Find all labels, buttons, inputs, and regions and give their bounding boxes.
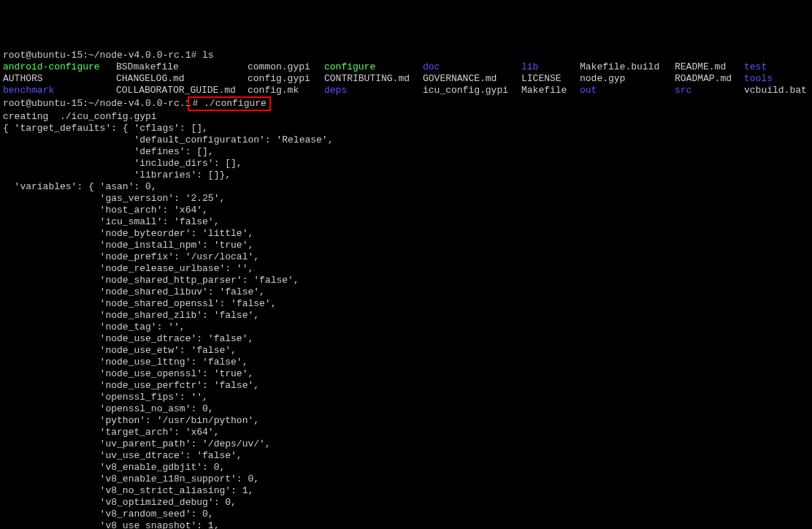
- out-line: 'node_prefix': '/usr/local',: [3, 251, 259, 262]
- out-line: 'node_shared_zlib': 'false',: [3, 310, 259, 321]
- out-line: 'node_use_lttng': 'false',: [3, 357, 248, 368]
- dir-src: src: [675, 85, 692, 96]
- out-line: 'openssl_fips': '',: [3, 392, 208, 403]
- out-line: 'node_byteorder': 'little',: [3, 228, 253, 239]
- out-line: 'node_use_etw': 'false',: [3, 345, 237, 356]
- dir-doc: doc: [423, 61, 440, 72]
- file-icu-config-gypi: icu_config.gypi: [423, 85, 508, 96]
- out-line: 'default_configuration': 'Release',: [3, 134, 333, 145]
- dir-benchmark: benchmark: [3, 85, 54, 96]
- out-line: 'include_dirs': [],: [3, 158, 242, 169]
- dir-test: test: [744, 61, 767, 72]
- file-config-gypi: config.gypi: [248, 73, 310, 84]
- prompt-line-1: root@ubuntu-15:~/node-v4.0.0-rc.1# ls: [3, 50, 214, 61]
- prompt-line-2: root@ubuntu-15:~/node-v4.0.0-rc.1# ./con…: [3, 98, 271, 109]
- file-config-mk: config.mk: [248, 85, 299, 96]
- out-line: 'uv_use_dtrace': 'false',: [3, 450, 242, 461]
- file-bsdmakefile: BSDmakefile: [116, 61, 179, 72]
- file-configure: configure: [324, 61, 375, 72]
- out-line: 'target_arch': 'x64',: [3, 427, 219, 438]
- out-line: 'v8_optimized_debug': 0,: [3, 497, 237, 508]
- file-contributing: CONTRIBUTING.md: [324, 73, 410, 84]
- file-node-gyp: node.gyp: [580, 73, 625, 84]
- ls-command: ls: [196, 50, 213, 61]
- out-line: 'node_install_npm': 'true',: [3, 240, 253, 251]
- file-makefile-build: Makefile.build: [580, 61, 659, 72]
- out-line: 'v8_no_strict_aliasing': 1,: [3, 485, 253, 496]
- file-common-gypi: common.gypi: [248, 61, 310, 72]
- out-line: 'node_shared_libuv': 'false',: [3, 286, 265, 297]
- dir-lib: lib: [521, 61, 538, 72]
- file-makefile: Makefile: [521, 85, 567, 96]
- out-line: 'v8_random_seed': 0,: [3, 509, 214, 520]
- out-line: 'defines': [],: [3, 146, 214, 157]
- dir-deps: deps: [324, 85, 347, 96]
- dir-tools: tools: [744, 73, 773, 84]
- out-line: 'node_release_urlbase': '',: [3, 263, 253, 274]
- file-license: LICENSE: [521, 73, 562, 84]
- out-line: 'node_tag': '',: [3, 321, 185, 332]
- file-android-configure: android-configure: [3, 61, 100, 72]
- file-authors: AUTHORS: [3, 73, 43, 84]
- out-line: 'variables': { 'asan': 0,: [3, 181, 157, 192]
- out-line: 'v8_enable_i18n_support': 0,: [3, 473, 259, 484]
- out-line: 'gas_version': '2.25',: [3, 193, 225, 204]
- out-line: creating ./icu_config.gypi: [3, 111, 157, 122]
- out-line: { 'target_defaults': { 'cflags': [],: [3, 123, 208, 134]
- ls-listing: android-configure AUTHORS benchmarkBSDma…: [3, 61, 809, 96]
- file-collaborator-guide: COLLABORATOR_GUIDE.md: [116, 85, 236, 96]
- out-line: 'icu_small': 'false',: [3, 216, 219, 227]
- out-line: 'node_use_perfctr': 'false',: [3, 380, 259, 391]
- out-line: 'v8_use_snapshot': 1,: [3, 520, 219, 529]
- out-line: 'uv_parent_path': '/deps/uv/',: [3, 438, 271, 449]
- out-line: 'node_use_dtrace': 'false',: [3, 333, 253, 344]
- out-line: 'node_shared_http_parser': 'false',: [3, 275, 299, 286]
- out-line: 'node_use_openssl': 'true',: [3, 368, 253, 379]
- out-line: 'node_shared_openssl': 'false',: [3, 298, 276, 309]
- out-line: 'v8_enable_gdbjit': 0,: [3, 462, 225, 473]
- highlighted-command: # ./configure: [188, 96, 270, 111]
- terminal[interactable]: root@ubuntu-15:~/node-v4.0.0-rc.1# ls an…: [3, 50, 809, 529]
- file-vcbuild: vcbuild.bat: [744, 85, 807, 96]
- out-line: 'python': '/usr/bin/python',: [3, 415, 259, 426]
- file-roadmap: ROADMAP.md: [675, 73, 732, 84]
- out-line: 'host_arch': 'x64',: [3, 205, 208, 216]
- file-changelog: CHANGELOG.md: [116, 73, 185, 84]
- file-readme: README.md: [675, 61, 726, 72]
- dir-out: out: [580, 85, 597, 96]
- file-governance: GOVERNANCE.md: [423, 73, 497, 84]
- out-line: 'libraries': []},: [3, 170, 231, 180]
- out-line: 'openssl_no_asm': 0,: [3, 403, 214, 414]
